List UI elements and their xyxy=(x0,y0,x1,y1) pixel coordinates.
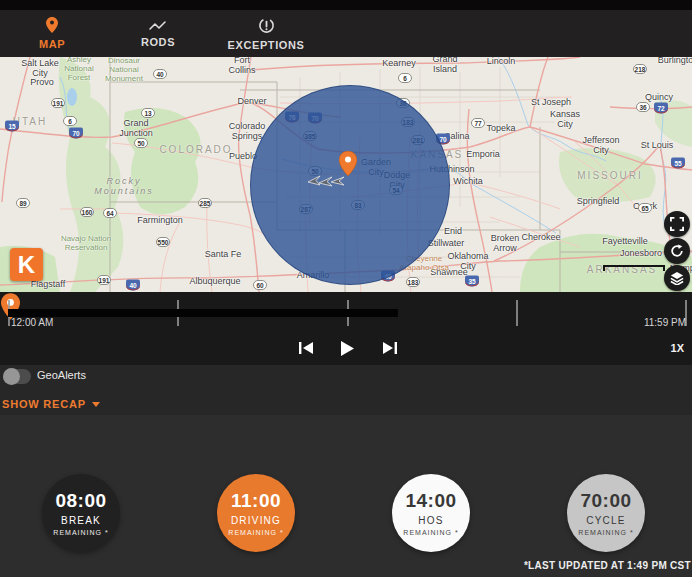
map-label: Oklahoma City xyxy=(447,251,488,272)
tab-map-label: MAP xyxy=(39,38,65,50)
map-label: Fayetteville xyxy=(602,236,648,246)
refresh-icon xyxy=(670,244,684,258)
hos-gauge: 70:00 CYCLE REMAINING * xyxy=(567,474,645,552)
play-button[interactable] xyxy=(333,336,361,360)
timeline-track[interactable] xyxy=(8,309,685,317)
route-shield: 191 xyxy=(97,275,111,285)
timeline-end-label: 11:59 PM xyxy=(644,317,686,328)
nav-bar: MAP RODS EXCEPTIONS xyxy=(0,10,692,57)
map-label: Santa Fe xyxy=(205,249,242,259)
show-recap-link[interactable]: SHOW RECAP xyxy=(2,398,100,410)
tab-rods[interactable]: RODS xyxy=(126,10,190,57)
map-label: Springfield xyxy=(577,196,620,206)
route-shield: 35 xyxy=(465,276,479,287)
map-label: Colorado Springs xyxy=(229,121,266,142)
route-shield: 6 xyxy=(398,73,412,83)
route-shield: 183 xyxy=(406,277,420,287)
route-shield: 285 xyxy=(198,198,212,208)
map-label: Lincoln xyxy=(487,57,516,66)
route-shield: 70 xyxy=(69,128,83,139)
skip-forward-button[interactable] xyxy=(376,336,404,360)
map-label: Navajo Nation Reservation xyxy=(61,234,111,252)
map-label: Broken Arrow xyxy=(491,233,520,254)
map-label: COLORADO xyxy=(159,144,232,156)
gauge-sublabel: REMAINING * xyxy=(403,529,458,536)
playback-speed[interactable]: 1X xyxy=(671,342,684,354)
route-shield: 65 xyxy=(638,203,652,213)
activity-line-icon xyxy=(149,20,167,31)
map-label: Jonesboro xyxy=(620,248,662,258)
map-label: Shawnee xyxy=(430,267,468,277)
gauge-value: 14:00 xyxy=(405,490,456,512)
gauge-label: BREAK xyxy=(61,515,101,526)
map-label: Emporia xyxy=(466,149,500,159)
map-label: Rocky Mountains xyxy=(94,176,154,197)
gauge-sublabel: REMAINING * xyxy=(578,529,633,536)
map-label: Quincy xyxy=(645,92,673,102)
route-shield: 36 xyxy=(636,102,650,112)
bottom-panel: GeoAlerts SHOW RECAP 08:00 BREAK REMAINI… xyxy=(0,365,692,577)
gauge-sublabel: REMAINING * xyxy=(53,529,108,536)
map-label: Grand Junction xyxy=(119,118,153,139)
route-shield: 550 xyxy=(156,237,170,247)
show-recap-label: SHOW RECAP xyxy=(2,398,86,410)
tab-exceptions-label: EXCEPTIONS xyxy=(228,39,305,51)
route-shield: 13 xyxy=(141,108,155,118)
layers-button[interactable] xyxy=(664,265,690,291)
map-label: Provo xyxy=(30,77,54,87)
map-label: UTAH xyxy=(13,116,47,128)
fullscreen-button[interactable] xyxy=(664,211,690,237)
route-shield: 55 xyxy=(671,158,685,169)
map-label: St Louis xyxy=(641,140,674,150)
hos-gauge: 08:00 BREAK REMAINING * xyxy=(42,474,120,552)
tab-map[interactable]: MAP xyxy=(20,10,84,57)
map-label: Kearney xyxy=(382,58,416,68)
timeline-start-label: 12:00 AM xyxy=(11,317,53,328)
route-shield: 6 xyxy=(63,116,77,126)
refresh-button[interactable] xyxy=(664,238,690,264)
gauge-label: CYCLE xyxy=(586,515,625,526)
route-shield: 60 xyxy=(253,280,267,290)
map-label: Denver xyxy=(237,96,266,106)
map-label: Kansas City xyxy=(550,109,580,130)
layers-icon xyxy=(670,271,684,285)
skip-back-button[interactable] xyxy=(292,336,320,360)
route-shield: 15 xyxy=(5,121,19,132)
map-label: Enid xyxy=(444,226,462,236)
map-label: Albuquerque xyxy=(189,276,240,286)
tab-exceptions[interactable]: EXCEPTIONS xyxy=(212,10,320,57)
timeline-panel: 12:00 AM 11:59 PM 1X xyxy=(0,292,692,365)
gauge-value: 11:00 xyxy=(231,490,281,512)
route-shield: 40 xyxy=(153,69,167,79)
map-label: Wichita xyxy=(453,176,483,186)
map-label: Grand Island xyxy=(432,57,457,74)
route-shield: 89 xyxy=(16,198,30,208)
play-icon xyxy=(341,341,354,356)
gauge-value: 08:00 xyxy=(55,490,106,512)
geoalerts-toggle[interactable] xyxy=(3,369,31,384)
map-label: St Joseph xyxy=(531,97,571,107)
gauge-label: HOS xyxy=(418,515,443,526)
route-shield: 218 xyxy=(633,64,647,74)
route-shield: 77 xyxy=(471,118,485,128)
map-view[interactable]: UTAHCOLORADOKANSASMISSOURIARKANSASSalt L… xyxy=(0,57,692,292)
map-label: Salina xyxy=(444,131,469,141)
timeline-progress-fill xyxy=(8,309,398,317)
alert-clock-icon xyxy=(258,17,275,34)
map-label: Fort Collins xyxy=(228,57,255,75)
map-label: Salt Lake City xyxy=(21,58,59,79)
last-updated-note: *LAST UPDATED AT 1:49 PM CST xyxy=(524,560,691,571)
map-label: Farmington xyxy=(137,215,183,225)
map-label: Burlington xyxy=(658,57,692,65)
map-label: Topeka xyxy=(486,123,515,133)
map-label: Cherokee xyxy=(521,232,560,242)
route-shield: 72 xyxy=(654,103,668,114)
skip-forward-icon xyxy=(382,341,398,355)
route-shield: 40 xyxy=(126,280,140,291)
geofence-circle xyxy=(250,85,450,285)
route-shield: 64 xyxy=(103,208,117,218)
map-label: Ashley National Forest xyxy=(64,57,93,83)
brand-logo[interactable]: K xyxy=(10,248,43,281)
map-label: Ozark xyxy=(633,201,657,211)
route-shield: 160 xyxy=(80,207,94,217)
